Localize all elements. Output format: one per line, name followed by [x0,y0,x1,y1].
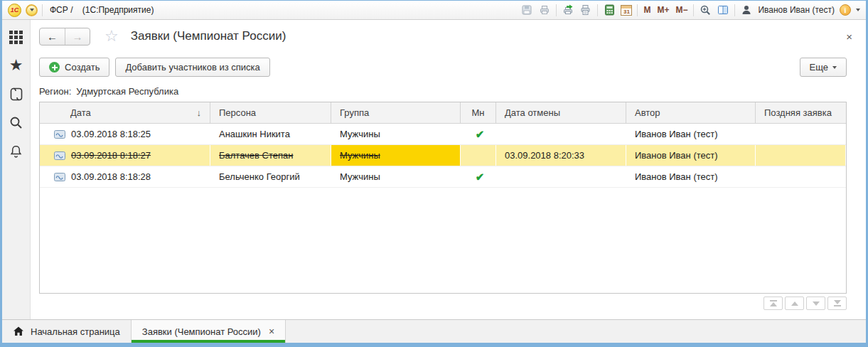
app-window: 1С ФСР / (1С:Предприятие) 31 [0,0,868,347]
split-view-icon[interactable] [717,4,729,16]
cell-late[interactable] [756,166,846,187]
table-row[interactable]: 03.09.2018 8:18:25 Анашкин Никита Мужчин… [40,124,846,145]
cell-group[interactable]: Мужчины [331,124,461,144]
table-row[interactable]: 03.09.2018 8:18:28 Бельченко Георгий Муж… [40,166,846,188]
create-button-label: Создать [65,62,100,73]
triangle-down-icon [813,301,820,306]
print-export-icon[interactable] [562,4,574,16]
column-header-author[interactable]: Автор [626,102,756,123]
go-last-button[interactable] [827,297,847,310]
go-first-button[interactable] [763,297,783,310]
cell-cancel-date[interactable]: 03.09.2018 8:20:33 [496,145,626,166]
1c-logo-icon: 1С [8,4,21,17]
cell-date[interactable]: 03.09.2018 8:18:28 [40,166,210,187]
cell-multiple[interactable] [461,145,496,166]
cell-person[interactable]: Анашкин Никита [210,124,331,144]
group-value: Мужчины [340,171,380,182]
back-button[interactable]: ← [40,28,65,45]
column-label: Персона [219,107,256,118]
more-button[interactable]: Еще [800,58,847,77]
calendar-icon[interactable]: 31 [621,5,632,16]
column-header-cancel-date[interactable]: Дата отмены [496,102,626,123]
memory-button[interactable]: M [643,5,651,15]
cell-multiple[interactable]: ✔ [461,124,496,144]
table-nav-buttons [39,297,847,310]
main-menu-button[interactable] [26,4,38,16]
cell-author[interactable]: Иванов Иван (тест) [626,124,756,144]
current-user[interactable]: Иванов Иван (тест) [758,5,835,15]
search-icon[interactable] [8,114,25,131]
favorites-icon[interactable]: ★ [8,57,25,74]
column-label: Группа [340,107,369,118]
tab-home-label: Начальная страница [31,326,120,337]
forward-button[interactable]: → [65,28,90,45]
cell-cancel-date[interactable] [496,124,626,144]
chevron-down-icon[interactable] [856,9,860,11]
user-icon [740,4,753,16]
triangle-up-icon [791,301,798,306]
favorite-star-icon[interactable]: ☆ [105,28,119,44]
add-participants-button[interactable]: Добавить участников из списка [115,58,269,77]
column-header-late[interactable]: Поздняя заявка [756,102,846,123]
table-row-selected[interactable]: 03.09.2018 8:18:27 Балтачев Степан Мужчи… [40,145,846,166]
print-preview-icon[interactable] [579,4,592,16]
region-row: Регион: Удмуртская Республика [39,86,847,97]
go-down-button[interactable] [806,297,825,310]
cell-late[interactable] [756,145,846,166]
tab-active-label: Заявки (Чемпионат России) [142,326,261,337]
cell-date[interactable]: 03.09.2018 8:18:25 [40,124,210,144]
create-button[interactable]: Создать [39,58,109,77]
history-icon[interactable] [8,85,25,102]
chevron-down-icon [832,66,837,69]
print-icon[interactable] [538,4,551,16]
tab-home[interactable]: Начальная страница [2,320,132,343]
save-icon[interactable] [520,4,533,16]
cancel-date-value: 03.09.2018 8:20:33 [505,150,584,161]
triangle-up-icon [770,302,777,306]
region-label: Регион: [39,86,71,97]
column-label: Поздняя заявка [764,107,832,118]
record-icon [54,130,65,139]
calculator-icon[interactable] [603,4,616,16]
tab-close-icon[interactable]: × [269,326,274,337]
memory-minus-button[interactable]: M− [675,5,688,15]
zoom-icon[interactable] [699,4,712,16]
cell-group-current[interactable]: Мужчины [331,145,461,166]
column-label: Дата отмены [505,107,560,118]
app-name: (1С:Предприятие) [82,5,154,15]
info-icon[interactable]: i [840,4,851,16]
go-up-button[interactable] [785,297,804,310]
tab-applications-active[interactable]: Заявки (Чемпионат России) × [132,320,286,343]
column-header-date[interactable]: Дата ↓ [40,102,210,123]
table-empty-area [40,188,846,293]
main-panel: ← → ☆ Заявки (Чемпионат России) × Создат… [31,20,866,319]
cell-author[interactable]: Иванов Иван (тест) [626,145,756,166]
open-windows-tabbar: Начальная страница Заявки (Чемпионат Рос… [2,319,866,343]
date-value: 03.09.2018 8:18:25 [71,129,151,139]
record-icon [54,151,65,160]
more-button-label: Еще [810,62,828,73]
bar-icon [834,305,841,306]
cell-date[interactable]: 03.09.2018 8:18:27 [40,145,210,166]
memory-plus-button[interactable]: M+ [656,5,670,15]
cell-person[interactable]: Бельченко Георгий [210,166,331,187]
close-icon[interactable]: × [846,31,852,43]
column-header-multiple[interactable]: Мн [461,102,496,123]
cell-author[interactable]: Иванов Иван (тест) [626,166,756,187]
cell-group[interactable]: Мужчины [331,166,461,187]
app-body: ★ ← → ☆ Заявки (Чемпионат России) × [2,20,866,319]
cell-cancel-date[interactable] [496,166,626,187]
record-icon [54,173,65,181]
notifications-bell-icon[interactable] [8,142,25,159]
plus-icon [49,62,60,73]
add-participants-label: Добавить участников из списка [125,62,259,73]
sections-menu-icon[interactable] [8,28,25,46]
group-value: Мужчины [340,129,380,139]
column-label: Автор [635,107,660,118]
cell-multiple[interactable]: ✔ [461,166,496,187]
cell-person[interactable]: Балтачев Степан [210,145,331,166]
cell-late[interactable] [756,124,846,144]
region-value[interactable]: Удмуртская Республика [76,86,178,97]
column-header-group[interactable]: Группа [331,102,461,123]
column-header-person[interactable]: Персона [210,102,331,123]
